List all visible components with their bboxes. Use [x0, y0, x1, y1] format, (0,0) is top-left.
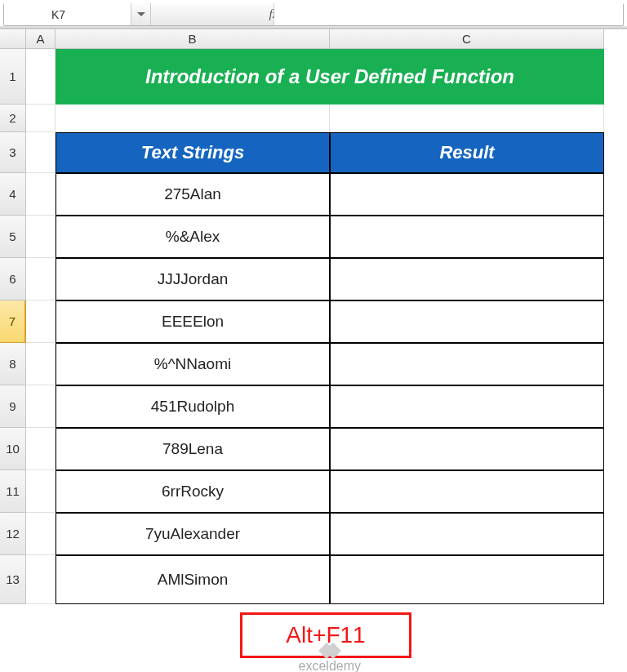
row-header-10[interactable]: 10: [0, 428, 26, 470]
cell-c8[interactable]: [330, 343, 604, 385]
watermark: exceldemy EXCEL · DATA · BI: [296, 645, 364, 672]
cell-c9[interactable]: [330, 385, 604, 428]
cell-a4[interactable]: [26, 173, 56, 216]
row-header-1[interactable]: 1: [0, 49, 26, 105]
row-header-12[interactable]: 12: [0, 513, 26, 555]
cell-b2[interactable]: [56, 105, 330, 132]
cell-b6[interactable]: JJJJordan: [56, 258, 330, 300]
cell-c10[interactable]: [330, 428, 604, 470]
cell-b10[interactable]: 789Lena: [56, 428, 330, 470]
cell-c5[interactable]: [330, 216, 604, 258]
row-header-8[interactable]: 8: [0, 343, 26, 385]
cell-a3[interactable]: [26, 132, 56, 173]
row-header-13[interactable]: 13: [0, 555, 26, 604]
cell-b13[interactable]: AMlSimon: [56, 555, 330, 604]
cell-c6[interactable]: [330, 258, 604, 300]
cell-a10[interactable]: [26, 428, 56, 470]
watermark-brand: exceldemy: [299, 660, 361, 672]
cell-a9[interactable]: [26, 385, 56, 428]
cell-a7[interactable]: [26, 300, 56, 343]
cell-c12[interactable]: [330, 513, 604, 555]
cell-c7[interactable]: [330, 300, 604, 343]
row-header-11[interactable]: 11: [0, 470, 26, 513]
cell-a2[interactable]: [26, 105, 56, 132]
row-header-4[interactable]: 4: [0, 173, 26, 216]
row-header-5[interactable]: 5: [0, 216, 26, 258]
cell-a8[interactable]: [26, 343, 56, 385]
cell-b11[interactable]: 6rrRocky: [56, 470, 330, 513]
cell-a5[interactable]: [26, 216, 56, 258]
cell-c4[interactable]: [330, 173, 604, 216]
chevron-down-icon: [137, 12, 145, 17]
cell-b5[interactable]: %&Alex: [56, 216, 330, 258]
cell-b9[interactable]: 451Rudolph: [56, 385, 330, 428]
cell-c11[interactable]: [330, 470, 604, 513]
col-header-a[interactable]: A: [26, 29, 56, 49]
cell-b12[interactable]: 7yuAlexander: [56, 513, 330, 555]
cell-a13[interactable]: [26, 555, 56, 604]
formula-bar: K7 fx: [3, 3, 624, 26]
row-header-6[interactable]: 6: [0, 258, 26, 300]
formula-input[interactable]: [274, 3, 623, 25]
cell-c13[interactable]: [330, 555, 604, 604]
cell-a6[interactable]: [26, 258, 56, 300]
name-box[interactable]: K7: [4, 3, 131, 25]
row-header-7[interactable]: 7: [0, 300, 26, 343]
fx-button[interactable]: fx: [151, 3, 274, 25]
spreadsheet-grid: A B C 1 Introduction of a User Defined F…: [0, 29, 627, 604]
row-header-9[interactable]: 9: [0, 385, 26, 428]
cell-c2[interactable]: [330, 105, 604, 132]
cell-b7[interactable]: EEEElon: [56, 300, 330, 343]
row-header-3[interactable]: 3: [0, 132, 26, 173]
col-header-b[interactable]: B: [56, 29, 330, 49]
cell-a1[interactable]: [26, 49, 56, 105]
title-cell[interactable]: Introduction of a User Defined Function: [56, 49, 604, 105]
cell-b8[interactable]: %^NNaomi: [56, 343, 330, 385]
cell-a12[interactable]: [26, 513, 56, 555]
name-box-dropdown[interactable]: [131, 3, 151, 25]
watermark-icon: [323, 645, 336, 658]
table-header-text[interactable]: Text Strings: [56, 132, 330, 173]
select-all-corner[interactable]: [0, 29, 26, 49]
row-header-2[interactable]: 2: [0, 105, 26, 132]
cell-b4[interactable]: 275Alan: [56, 173, 330, 216]
table-header-result[interactable]: Result: [330, 132, 604, 173]
cell-a11[interactable]: [26, 470, 56, 513]
col-header-c[interactable]: C: [330, 29, 604, 49]
